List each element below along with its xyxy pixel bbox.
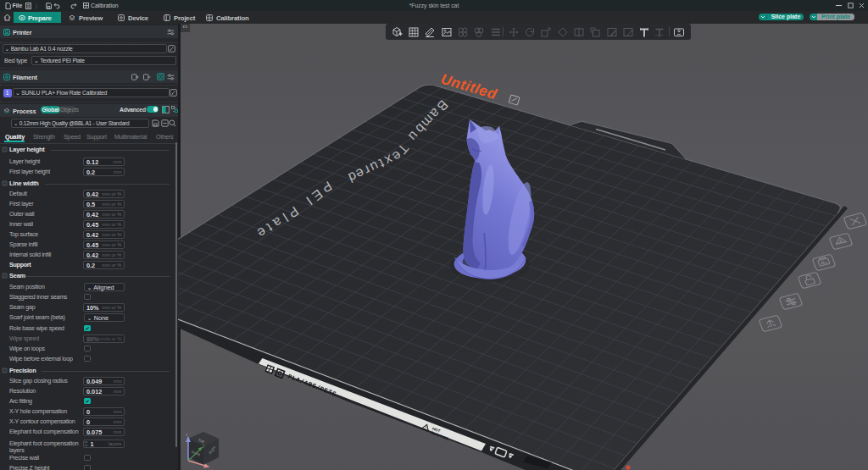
svg-text:z: z: [186, 432, 188, 437]
